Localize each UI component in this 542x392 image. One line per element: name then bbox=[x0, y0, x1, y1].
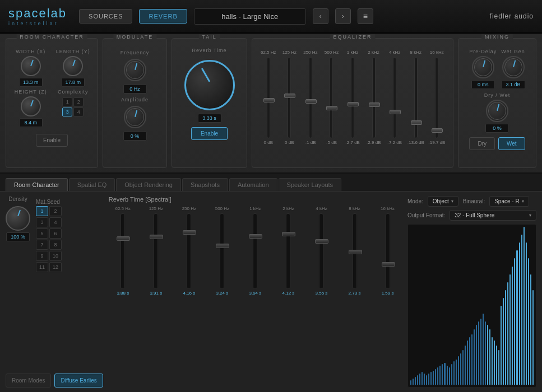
spec-slider-8[interactable] bbox=[386, 213, 390, 289]
eq-sliders: 62.5 Hz 0 dB 125 Hz 0 dB 250 Hz -1 dB 50… bbox=[257, 50, 448, 145]
spectral-section: Reverb Time [Spectral] 62.5 Hz 3.88 s 12… bbox=[109, 196, 402, 388]
spec-freq-6: 4 kHz bbox=[316, 206, 327, 211]
binaural-select[interactable]: Space - R ▾ bbox=[489, 196, 529, 207]
mat-seed-btn-8[interactable]: 8 bbox=[49, 240, 62, 250]
mat-seed-btn-6[interactable]: 6 bbox=[49, 228, 62, 239]
eq-slider-5[interactable] bbox=[372, 57, 376, 138]
complexity-btn-3[interactable]: 3 bbox=[62, 108, 72, 116]
mode-label: Mode: bbox=[407, 198, 423, 204]
tab-snapshots[interactable]: Snapshots bbox=[182, 178, 228, 191]
spectral-sliders: 62.5 Hz 3.88 s 125 Hz 3.91 s 250 Hz 4.16… bbox=[109, 206, 402, 296]
eq-freq-7: 8 kHz bbox=[410, 50, 421, 55]
room-modes-button[interactable]: Room Modes bbox=[6, 374, 51, 388]
width-knob[interactable] bbox=[21, 56, 41, 76]
sources-button[interactable]: SOURCES bbox=[79, 9, 132, 24]
tab-spatial-eq[interactable]: Spatial EQ bbox=[69, 178, 115, 191]
length-value[interactable]: 17.8 m bbox=[61, 78, 85, 87]
complexity-btn-1[interactable]: 1 bbox=[62, 97, 72, 106]
freq-value[interactable]: 0 Hz bbox=[123, 85, 147, 94]
viz-bar-21 bbox=[458, 356, 459, 385]
tab-room-character[interactable]: Room Character bbox=[6, 178, 68, 191]
spec-value-4: 3.94 s bbox=[249, 291, 262, 296]
predelay-value[interactable]: 0 ms bbox=[471, 80, 495, 89]
mat-seed-btn-2[interactable]: 2 bbox=[49, 206, 62, 216]
viz-bar-43 bbox=[507, 282, 508, 385]
mat-seed-btn-5[interactable]: 5 bbox=[36, 228, 48, 239]
amplitude-knob[interactable] bbox=[124, 106, 146, 128]
mat-seed-btn-4[interactable]: 4 bbox=[49, 217, 62, 227]
wet-gen-knob[interactable] bbox=[502, 56, 525, 78]
eq-freq-6: 4 kHz bbox=[389, 50, 400, 55]
density-knob[interactable] bbox=[6, 206, 30, 231]
eq-slider-1[interactable] bbox=[288, 57, 291, 138]
eq-slider-3[interactable] bbox=[330, 57, 333, 138]
tail-enable-button[interactable]: Enable bbox=[191, 127, 228, 140]
viz-bar-42 bbox=[505, 290, 506, 385]
height-knob[interactable] bbox=[21, 96, 41, 116]
eq-freq-8: 16 kHz bbox=[430, 50, 444, 55]
nav-prev-button[interactable]: ‹ bbox=[313, 8, 328, 24]
mixing-title: MIXING bbox=[481, 34, 513, 40]
mat-seed-btn-12[interactable]: 12 bbox=[49, 262, 62, 272]
tab-automation[interactable]: Automation bbox=[229, 178, 277, 191]
eq-freq-1: 125 Hz bbox=[282, 50, 297, 55]
dry-button[interactable]: Dry bbox=[469, 137, 495, 150]
spec-slider-1[interactable] bbox=[154, 213, 158, 289]
diffuse-earlies-button[interactable]: Diffuse Earlies bbox=[54, 374, 103, 388]
eq-slider-8[interactable] bbox=[435, 57, 438, 138]
spec-slider-7[interactable] bbox=[353, 213, 357, 289]
complexity-btn-4[interactable]: 4 bbox=[73, 108, 84, 116]
tail-title: TAIL bbox=[198, 34, 220, 40]
eq-slider-4[interactable] bbox=[351, 57, 354, 138]
predelay-knob[interactable] bbox=[472, 56, 494, 78]
reverb-time-knob[interactable] bbox=[184, 60, 235, 110]
viz-bar-45 bbox=[512, 267, 513, 385]
mat-seed-btn-9[interactable]: 9 bbox=[36, 251, 48, 261]
output-select[interactable]: 32 - Full Sphere ▾ bbox=[450, 210, 536, 221]
spec-slider-4[interactable] bbox=[253, 213, 257, 289]
mode-select[interactable]: Object ▾ bbox=[428, 196, 458, 207]
reverb-button[interactable]: REVERB bbox=[139, 9, 187, 24]
spec-slider-0[interactable] bbox=[121, 213, 125, 289]
spec-slider-2[interactable] bbox=[187, 213, 191, 289]
viz-bar-23 bbox=[462, 350, 464, 385]
spec-slider-6[interactable] bbox=[319, 213, 323, 289]
mat-seed-btn-11[interactable]: 11 bbox=[36, 262, 48, 272]
length-knob[interactable] bbox=[63, 56, 83, 76]
density-section: Density 100 % Mat.Seed 123456789101112 bbox=[6, 196, 103, 272]
mat-seed-btn-1[interactable]: 1 bbox=[36, 206, 48, 216]
spec-freq-8: 16 kHz bbox=[381, 206, 395, 211]
eq-slider-7[interactable] bbox=[414, 57, 418, 138]
viz-bar-39 bbox=[498, 350, 499, 385]
eq-slider-0[interactable] bbox=[267, 57, 270, 138]
width-value[interactable]: 13.3 m bbox=[19, 78, 43, 87]
dry-wet-knob[interactable] bbox=[486, 100, 508, 122]
reverb-time-value[interactable]: 3.33 s bbox=[198, 114, 221, 123]
wet-button[interactable]: Wet bbox=[498, 137, 525, 150]
tab-speaker-layouts[interactable]: Speaker Layouts bbox=[279, 178, 342, 191]
viz-bar-25 bbox=[467, 340, 468, 385]
spec-slider-3[interactable] bbox=[220, 213, 224, 289]
room-char-enable-button[interactable]: Enable bbox=[36, 134, 68, 147]
top-panel: ROOM CHARACTER WIDTH (X) 13.3 m LENGTH (… bbox=[0, 34, 542, 174]
amp-value[interactable]: 0 % bbox=[123, 132, 147, 141]
eq-slider-6[interactable] bbox=[393, 57, 396, 138]
menu-button[interactable]: ≡ bbox=[358, 8, 373, 24]
mat-seed-btn-10[interactable]: 10 bbox=[49, 251, 62, 261]
wet-gen-value[interactable]: 3.1 dB bbox=[502, 80, 525, 89]
nav-next-button[interactable]: › bbox=[335, 8, 351, 24]
dry-wet-value[interactable]: 0 % bbox=[485, 124, 509, 133]
mat-seed-btn-3[interactable]: 3 bbox=[36, 217, 48, 227]
eq-slider-2[interactable] bbox=[309, 57, 312, 138]
viz-bar-46 bbox=[514, 258, 515, 385]
height-value[interactable]: 8.4 m bbox=[19, 118, 43, 127]
spec-freq-1: 125 Hz bbox=[149, 206, 163, 211]
binaural-label: Binaural: bbox=[463, 198, 485, 204]
spec-slider-5[interactable] bbox=[286, 213, 290, 289]
complexity-btn-2[interactable]: 2 bbox=[73, 97, 84, 106]
right-panel: Mode: Object ▾ Binaural: Space - R ▾ Out… bbox=[407, 196, 536, 388]
density-value[interactable]: 100 % bbox=[6, 232, 30, 241]
tab-object-rendering[interactable]: Object Rendering bbox=[116, 178, 181, 191]
frequency-knob[interactable] bbox=[124, 59, 146, 81]
mat-seed-btn-7[interactable]: 7 bbox=[36, 240, 48, 250]
